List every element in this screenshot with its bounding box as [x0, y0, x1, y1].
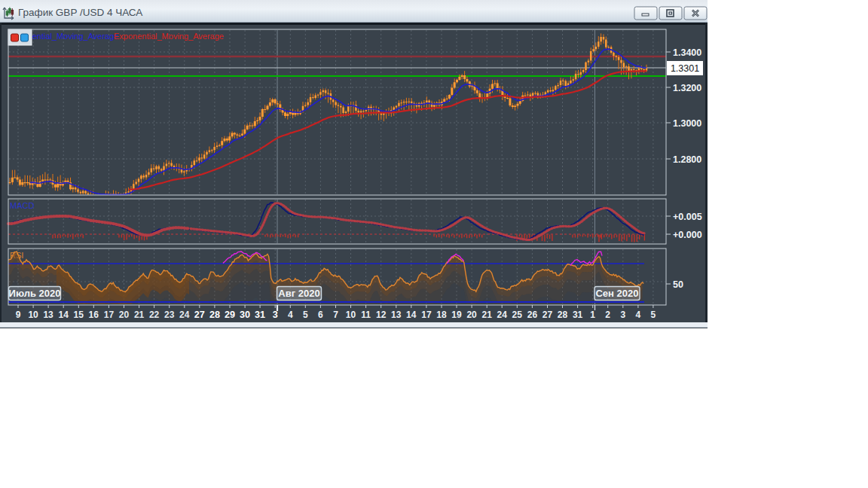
svg-text:23: 23 [164, 310, 175, 320]
svg-text:1.3000: 1.3000 [673, 118, 701, 129]
svg-text:1.3301: 1.3301 [671, 63, 699, 74]
svg-text:Exponential_Moving_Average: Exponential_Moving_Average [114, 32, 224, 41]
svg-text:7: 7 [333, 310, 338, 320]
svg-text:31: 31 [573, 310, 583, 320]
svg-text:31: 31 [255, 310, 265, 320]
svg-text:24: 24 [497, 310, 508, 320]
svg-text:5: 5 [303, 310, 308, 320]
svg-text:19: 19 [451, 310, 462, 320]
svg-text:24: 24 [179, 310, 190, 320]
svg-text:13: 13 [43, 310, 53, 320]
svg-text:27: 27 [542, 310, 553, 320]
svg-text:+0.000: +0.000 [673, 230, 702, 240]
svg-text:2: 2 [605, 310, 610, 320]
svg-text:26: 26 [527, 310, 538, 320]
svg-text:28: 28 [209, 310, 220, 320]
svg-text:10: 10 [346, 310, 356, 320]
svg-text:График GBP /USD 4 ЧАСА: График GBP /USD 4 ЧАСА [18, 7, 142, 18]
svg-text:30: 30 [240, 310, 250, 320]
svg-text:21: 21 [134, 310, 145, 320]
svg-text:17: 17 [104, 310, 115, 320]
svg-text:28: 28 [558, 310, 568, 320]
svg-text:11: 11 [361, 310, 371, 320]
svg-text:50: 50 [673, 279, 683, 290]
svg-text:Июль 2020: Июль 2020 [9, 288, 61, 299]
svg-text:3: 3 [273, 310, 278, 320]
svg-text:Авг 2020: Авг 2020 [278, 288, 319, 299]
svg-text:25: 25 [512, 310, 523, 320]
svg-text:18: 18 [436, 310, 447, 320]
svg-text:+0.005: +0.005 [673, 212, 702, 222]
svg-text:1: 1 [590, 310, 595, 320]
svg-text:5: 5 [651, 310, 656, 320]
svg-text:MACD: MACD [10, 201, 34, 210]
svg-text:27: 27 [194, 310, 205, 320]
svg-text:13: 13 [391, 310, 402, 320]
svg-text:10: 10 [28, 310, 38, 320]
svg-text:21: 21 [482, 310, 493, 320]
svg-text:1.2800: 1.2800 [673, 154, 701, 165]
svg-text:17: 17 [421, 310, 432, 320]
svg-text:15: 15 [74, 310, 84, 320]
svg-text:29: 29 [225, 310, 235, 320]
svg-text:3: 3 [620, 310, 625, 320]
svg-text:12: 12 [376, 310, 387, 320]
svg-text:6: 6 [318, 310, 323, 320]
svg-text:20: 20 [466, 310, 477, 320]
svg-text:16: 16 [89, 310, 99, 320]
svg-text:Сен 2020: Сен 2020 [595, 288, 638, 299]
svg-text:1.3400: 1.3400 [673, 47, 701, 58]
svg-text:14: 14 [406, 310, 417, 320]
svg-text:4: 4 [636, 310, 641, 320]
svg-text:22: 22 [149, 310, 160, 320]
svg-text:14: 14 [59, 310, 69, 320]
svg-text:9: 9 [16, 310, 21, 320]
svg-text:20: 20 [119, 310, 130, 320]
svg-text:1.3200: 1.3200 [673, 83, 701, 93]
svg-text:4: 4 [288, 310, 293, 320]
